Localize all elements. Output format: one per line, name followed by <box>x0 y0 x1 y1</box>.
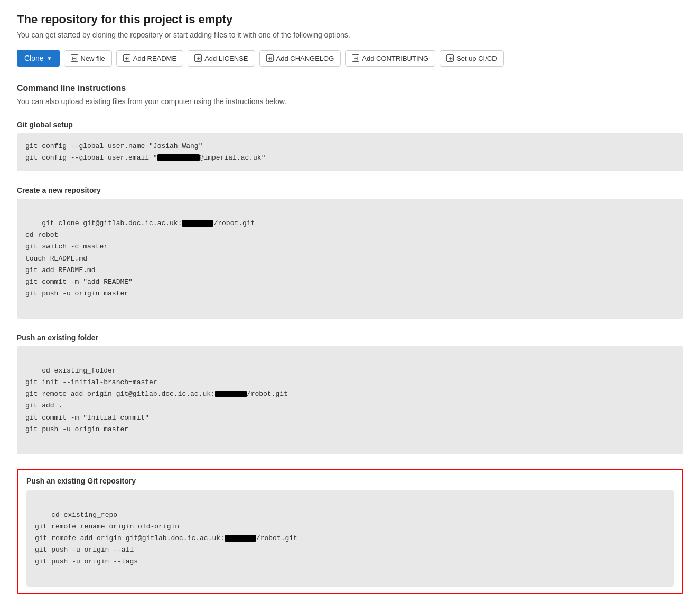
push-existing-folder-line-0: cd existing_folder <box>42 367 116 375</box>
push-existing-git-line-1: git remote rename origin old-origin <box>35 523 179 531</box>
new-file-label: New file <box>81 54 105 62</box>
push-existing-folder-line-4: git commit -m "Initial commit" <box>25 414 149 422</box>
command-line-title: Command line instructions <box>17 83 683 93</box>
new-file-icon: ⊞ <box>71 54 78 62</box>
page-subtitle: You can get started by cloning the repos… <box>17 31 683 39</box>
create-new-repo-line-4: git add README.md <box>25 266 96 274</box>
create-new-repo-line-1: cd robot <box>25 231 58 239</box>
add-readme-label: Add README <box>133 54 176 62</box>
redacted-email <box>157 154 200 161</box>
page-title: The repository for this project is empty <box>17 13 683 26</box>
add-contributing-icon: ⊞ <box>352 54 359 62</box>
add-license-label: Add LICENSE <box>204 54 248 62</box>
git-global-setup-line1: git config --global user.name "Josiah Wa… <box>25 142 202 150</box>
create-new-repo-line-0: git clone git@gitlab.doc.ic.ac.uk: /robo… <box>42 219 255 227</box>
clone-button[interactable]: Clone ▼ <box>17 50 60 67</box>
create-new-repo-line-6: git push -u origin master <box>25 290 128 298</box>
redacted-username-2 <box>215 391 247 397</box>
add-readme-button[interactable]: ⊞ Add README <box>116 50 183 67</box>
new-file-button[interactable]: ⊞ New file <box>64 50 112 67</box>
push-existing-git-line-3: git push -u origin --all <box>35 546 134 554</box>
push-existing-git-line-4: git push -u origin --tags <box>35 557 138 565</box>
add-contributing-label: Add CONTRIBUTING <box>362 54 428 62</box>
add-changelog-icon: ⊞ <box>266 54 274 62</box>
add-changelog-button[interactable]: ⊞ Add CHANGELOG <box>259 50 341 67</box>
create-new-repo-title: Create a new repository <box>17 186 683 194</box>
create-new-repo-line-2: git switch -c master <box>25 243 108 250</box>
git-global-setup-section: Git global setup git config --global use… <box>17 120 683 171</box>
push-existing-folder-code: cd existing_folder git init --initial-br… <box>17 346 683 454</box>
add-contributing-button[interactable]: ⊞ Add CONTRIBUTING <box>345 50 435 67</box>
push-existing-folder-line-1: git init --initial-branch=master <box>25 378 157 386</box>
push-existing-folder-line-2: git remote add origin git@gitlab.doc.ic.… <box>25 390 288 398</box>
add-license-icon: ⊞ <box>194 54 202 62</box>
add-readme-icon: ⊞ <box>123 54 130 62</box>
command-line-subtitle: You can also upload existing files from … <box>17 97 683 106</box>
create-new-repo-section: Create a new repository git clone git@gi… <box>17 186 683 319</box>
git-global-setup-title: Git global setup <box>17 120 683 129</box>
git-global-setup-line2-suffix: @imperial.ac.uk" <box>200 154 266 162</box>
add-changelog-label: Add CHANGELOG <box>276 54 334 62</box>
git-global-setup-code: git config --global user.name "Josiah Wa… <box>17 133 683 171</box>
push-existing-git-section: Push an existing Git repository cd exist… <box>17 469 683 594</box>
push-existing-folder-line-3: git add . <box>25 402 62 410</box>
push-existing-git-title: Push an existing Git repository <box>26 477 674 485</box>
chevron-down-icon: ▼ <box>47 55 52 61</box>
push-existing-folder-title: Push an existing folder <box>17 333 683 342</box>
redacted-username-3 <box>225 535 256 542</box>
push-existing-git-line-2: git remote add origin git@gitlab.doc.ic.… <box>35 534 297 542</box>
add-license-button[interactable]: ⊞ Add LICENSE <box>188 50 255 67</box>
push-existing-folder-section: Push an existing folder cd existing_fold… <box>17 333 683 454</box>
redacted-username-1 <box>182 220 213 227</box>
push-existing-git-code: cd existing_repo git remote rename origi… <box>26 490 674 587</box>
git-global-setup-line2-prefix: git config --global user.email " <box>25 154 157 162</box>
clone-label: Clone <box>24 54 44 62</box>
command-line-section: Command line instructions You can also u… <box>17 83 683 106</box>
create-new-repo-line-5: git commit -m "add README" <box>25 278 133 286</box>
push-existing-folder-line-5: git push -u origin master <box>25 425 128 433</box>
create-new-repo-code: git clone git@gitlab.doc.ic.ac.uk: /robo… <box>17 199 683 319</box>
setup-cicd-label: Set up CI/CD <box>456 54 497 62</box>
action-button-row: Clone ▼ ⊞ New file ⊞ Add README ⊞ Add LI… <box>17 50 683 67</box>
create-new-repo-line-3: touch README.md <box>25 255 87 263</box>
push-existing-git-line-0: cd existing_repo <box>51 511 117 519</box>
setup-cicd-button[interactable]: ⊞ Set up CI/CD <box>440 50 504 67</box>
setup-cicd-icon: ⊞ <box>446 54 454 62</box>
